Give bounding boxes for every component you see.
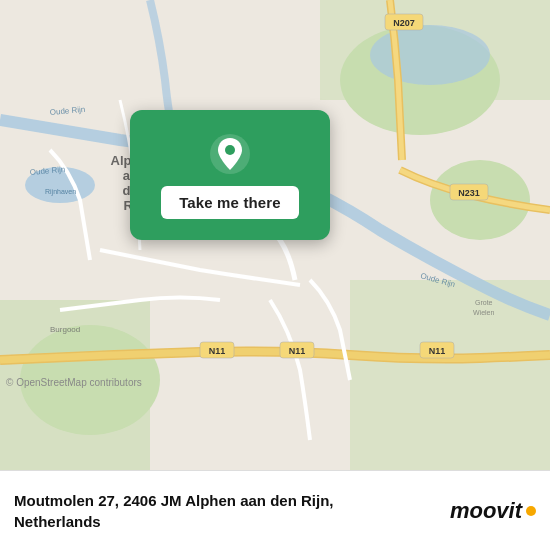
- moovit-logo-text: moovit: [450, 498, 522, 524]
- address-text: Moutmolen 27, 2406 JM Alphen aan den Rij…: [14, 490, 450, 532]
- svg-point-31: [225, 145, 235, 155]
- address-line1: Moutmolen 27, 2406 JM Alphen aan den Rij…: [14, 492, 334, 509]
- location-pin-icon: [208, 132, 252, 176]
- svg-text:N11: N11: [209, 346, 226, 356]
- map-copyright: © OpenStreetMap contributors: [6, 377, 142, 388]
- svg-text:Burgood: Burgood: [50, 325, 80, 334]
- map-area: N207 N231 N11 N11 N11 Alph aa de Ri Oude…: [0, 0, 550, 470]
- moovit-dot-icon: [526, 506, 536, 516]
- svg-text:N11: N11: [429, 346, 446, 356]
- moovit-logo: moovit: [450, 498, 536, 524]
- address-line2: Netherlands: [14, 513, 101, 530]
- svg-text:Wielen: Wielen: [473, 309, 495, 316]
- navigation-popup[interactable]: Take me there: [130, 110, 330, 240]
- svg-text:N207: N207: [393, 18, 415, 28]
- svg-text:N11: N11: [289, 346, 306, 356]
- svg-point-8: [370, 25, 490, 85]
- svg-text:Rijnhaven: Rijnhaven: [45, 188, 76, 196]
- svg-text:Grote: Grote: [475, 299, 493, 306]
- svg-text:N231: N231: [458, 188, 480, 198]
- info-bar: Moutmolen 27, 2406 JM Alphen aan den Rij…: [0, 470, 550, 550]
- take-me-there-button[interactable]: Take me there: [161, 186, 299, 219]
- address-block: Moutmolen 27, 2406 JM Alphen aan den Rij…: [14, 490, 450, 532]
